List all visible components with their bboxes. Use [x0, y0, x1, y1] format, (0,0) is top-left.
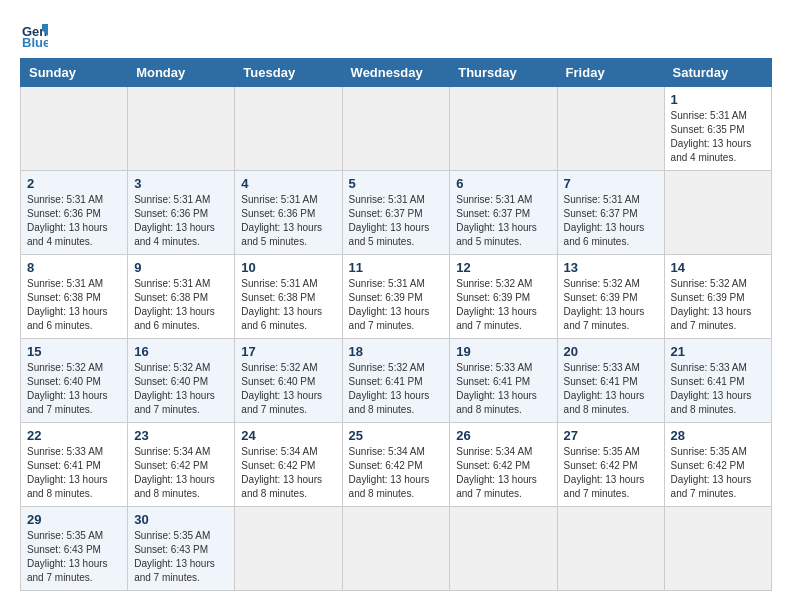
day-number: 14	[671, 260, 765, 275]
calendar-cell	[664, 171, 771, 255]
day-info: Sunrise: 5:31 AMSunset: 6:36 PMDaylight:…	[134, 193, 228, 249]
day-number: 29	[27, 512, 121, 527]
day-info: Sunrise: 5:32 AMSunset: 6:39 PMDaylight:…	[456, 277, 550, 333]
day-number: 21	[671, 344, 765, 359]
calendar-cell: 9Sunrise: 5:31 AMSunset: 6:38 PMDaylight…	[128, 255, 235, 339]
day-info: Sunrise: 5:34 AMSunset: 6:42 PMDaylight:…	[134, 445, 228, 501]
day-info: Sunrise: 5:31 AMSunset: 6:37 PMDaylight:…	[564, 193, 658, 249]
day-info: Sunrise: 5:31 AMSunset: 6:38 PMDaylight:…	[134, 277, 228, 333]
logo: General Blue	[20, 20, 52, 48]
calendar-cell: 6Sunrise: 5:31 AMSunset: 6:37 PMDaylight…	[450, 171, 557, 255]
day-number: 4	[241, 176, 335, 191]
day-info: Sunrise: 5:35 AMSunset: 6:43 PMDaylight:…	[27, 529, 121, 585]
day-info: Sunrise: 5:32 AMSunset: 6:41 PMDaylight:…	[349, 361, 444, 417]
calendar-cell: 30Sunrise: 5:35 AMSunset: 6:43 PMDayligh…	[128, 507, 235, 591]
day-number: 22	[27, 428, 121, 443]
calendar-week-row: 22Sunrise: 5:33 AMSunset: 6:41 PMDayligh…	[21, 423, 772, 507]
calendar-cell: 15Sunrise: 5:32 AMSunset: 6:40 PMDayligh…	[21, 339, 128, 423]
day-info: Sunrise: 5:32 AMSunset: 6:40 PMDaylight:…	[27, 361, 121, 417]
calendar-cell	[450, 87, 557, 171]
calendar-cell	[235, 87, 342, 171]
calendar-cell	[450, 507, 557, 591]
day-info: Sunrise: 5:35 AMSunset: 6:43 PMDaylight:…	[134, 529, 228, 585]
calendar-cell: 1Sunrise: 5:31 AMSunset: 6:35 PMDaylight…	[664, 87, 771, 171]
day-info: Sunrise: 5:32 AMSunset: 6:40 PMDaylight:…	[134, 361, 228, 417]
day-info: Sunrise: 5:31 AMSunset: 6:38 PMDaylight:…	[241, 277, 335, 333]
calendar-cell: 18Sunrise: 5:32 AMSunset: 6:41 PMDayligh…	[342, 339, 450, 423]
day-info: Sunrise: 5:34 AMSunset: 6:42 PMDaylight:…	[241, 445, 335, 501]
calendar-week-row: 29Sunrise: 5:35 AMSunset: 6:43 PMDayligh…	[21, 507, 772, 591]
day-info: Sunrise: 5:35 AMSunset: 6:42 PMDaylight:…	[564, 445, 658, 501]
day-info: Sunrise: 5:35 AMSunset: 6:42 PMDaylight:…	[671, 445, 765, 501]
day-info: Sunrise: 5:32 AMSunset: 6:39 PMDaylight:…	[564, 277, 658, 333]
day-info: Sunrise: 5:33 AMSunset: 6:41 PMDaylight:…	[27, 445, 121, 501]
calendar-cell	[21, 87, 128, 171]
day-number: 6	[456, 176, 550, 191]
day-number: 20	[564, 344, 658, 359]
calendar-cell: 13Sunrise: 5:32 AMSunset: 6:39 PMDayligh…	[557, 255, 664, 339]
day-of-week-header: Friday	[557, 59, 664, 87]
calendar-cell: 4Sunrise: 5:31 AMSunset: 6:36 PMDaylight…	[235, 171, 342, 255]
day-number: 2	[27, 176, 121, 191]
day-number: 25	[349, 428, 444, 443]
day-number: 18	[349, 344, 444, 359]
day-info: Sunrise: 5:33 AMSunset: 6:41 PMDaylight:…	[671, 361, 765, 417]
calendar-cell: 17Sunrise: 5:32 AMSunset: 6:40 PMDayligh…	[235, 339, 342, 423]
calendar-cell: 19Sunrise: 5:33 AMSunset: 6:41 PMDayligh…	[450, 339, 557, 423]
day-info: Sunrise: 5:31 AMSunset: 6:37 PMDaylight:…	[349, 193, 444, 249]
calendar-week-row: 2Sunrise: 5:31 AMSunset: 6:36 PMDaylight…	[21, 171, 772, 255]
calendar-cell: 24Sunrise: 5:34 AMSunset: 6:42 PMDayligh…	[235, 423, 342, 507]
calendar-cell: 11Sunrise: 5:31 AMSunset: 6:39 PMDayligh…	[342, 255, 450, 339]
day-number: 8	[27, 260, 121, 275]
calendar-cell	[342, 87, 450, 171]
day-number: 5	[349, 176, 444, 191]
day-info: Sunrise: 5:31 AMSunset: 6:39 PMDaylight:…	[349, 277, 444, 333]
day-info: Sunrise: 5:33 AMSunset: 6:41 PMDaylight:…	[564, 361, 658, 417]
day-number: 3	[134, 176, 228, 191]
day-number: 10	[241, 260, 335, 275]
calendar-cell	[235, 507, 342, 591]
calendar-week-row: 15Sunrise: 5:32 AMSunset: 6:40 PMDayligh…	[21, 339, 772, 423]
calendar-cell: 25Sunrise: 5:34 AMSunset: 6:42 PMDayligh…	[342, 423, 450, 507]
day-info: Sunrise: 5:31 AMSunset: 6:36 PMDaylight:…	[27, 193, 121, 249]
logo-icon: General Blue	[20, 20, 48, 48]
day-info: Sunrise: 5:31 AMSunset: 6:37 PMDaylight:…	[456, 193, 550, 249]
day-info: Sunrise: 5:32 AMSunset: 6:40 PMDaylight:…	[241, 361, 335, 417]
day-number: 23	[134, 428, 228, 443]
day-of-week-header: Thursday	[450, 59, 557, 87]
calendar-cell: 20Sunrise: 5:33 AMSunset: 6:41 PMDayligh…	[557, 339, 664, 423]
calendar-cell: 21Sunrise: 5:33 AMSunset: 6:41 PMDayligh…	[664, 339, 771, 423]
day-number: 15	[27, 344, 121, 359]
day-number: 12	[456, 260, 550, 275]
day-number: 13	[564, 260, 658, 275]
calendar-cell	[664, 507, 771, 591]
day-number: 11	[349, 260, 444, 275]
day-of-week-header: Wednesday	[342, 59, 450, 87]
calendar-cell: 10Sunrise: 5:31 AMSunset: 6:38 PMDayligh…	[235, 255, 342, 339]
day-of-week-header: Tuesday	[235, 59, 342, 87]
day-info: Sunrise: 5:34 AMSunset: 6:42 PMDaylight:…	[456, 445, 550, 501]
day-number: 1	[671, 92, 765, 107]
day-info: Sunrise: 5:32 AMSunset: 6:39 PMDaylight:…	[671, 277, 765, 333]
day-number: 17	[241, 344, 335, 359]
day-number: 7	[564, 176, 658, 191]
calendar-cell: 2Sunrise: 5:31 AMSunset: 6:36 PMDaylight…	[21, 171, 128, 255]
page-header: General Blue	[20, 20, 772, 48]
day-number: 24	[241, 428, 335, 443]
day-number: 26	[456, 428, 550, 443]
day-number: 27	[564, 428, 658, 443]
calendar-week-row: 1Sunrise: 5:31 AMSunset: 6:35 PMDaylight…	[21, 87, 772, 171]
calendar-table: SundayMondayTuesdayWednesdayThursdayFrid…	[20, 58, 772, 591]
calendar-cell: 26Sunrise: 5:34 AMSunset: 6:42 PMDayligh…	[450, 423, 557, 507]
day-info: Sunrise: 5:34 AMSunset: 6:42 PMDaylight:…	[349, 445, 444, 501]
calendar-cell	[557, 507, 664, 591]
calendar-cell: 22Sunrise: 5:33 AMSunset: 6:41 PMDayligh…	[21, 423, 128, 507]
calendar-cell: 14Sunrise: 5:32 AMSunset: 6:39 PMDayligh…	[664, 255, 771, 339]
day-info: Sunrise: 5:31 AMSunset: 6:35 PMDaylight:…	[671, 109, 765, 165]
day-info: Sunrise: 5:31 AMSunset: 6:36 PMDaylight:…	[241, 193, 335, 249]
day-number: 19	[456, 344, 550, 359]
day-info: Sunrise: 5:33 AMSunset: 6:41 PMDaylight:…	[456, 361, 550, 417]
calendar-cell: 7Sunrise: 5:31 AMSunset: 6:37 PMDaylight…	[557, 171, 664, 255]
calendar-cell: 27Sunrise: 5:35 AMSunset: 6:42 PMDayligh…	[557, 423, 664, 507]
day-number: 30	[134, 512, 228, 527]
